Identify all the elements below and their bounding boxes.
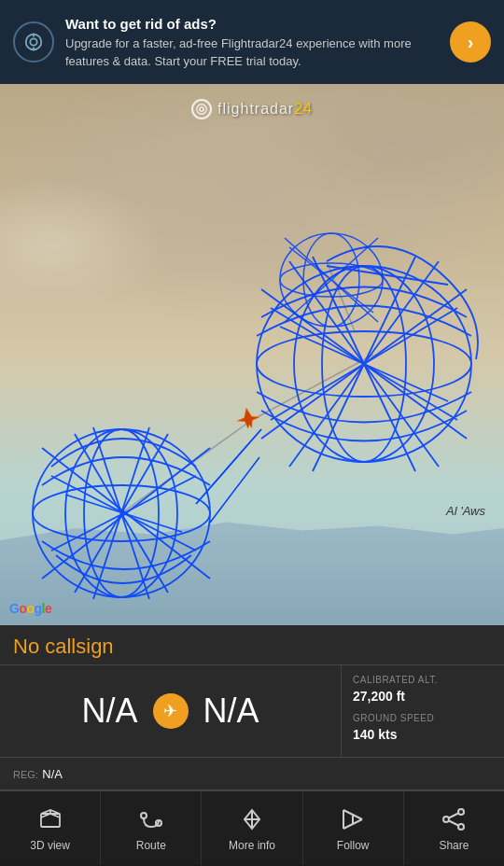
svg-point-41 xyxy=(197,105,207,115)
ad-text: Want to get rid of ads? Upgrade for a fa… xyxy=(65,14,439,69)
svg-line-40 xyxy=(210,457,259,523)
nav-more-info-label: More info xyxy=(229,839,275,852)
bottom-nav: 3D view Route More info xyxy=(0,790,504,865)
nav-route-label: Route xyxy=(136,839,166,852)
flight-data-row: N/A ✈ N/A CALIBRATED ALT. 27,200 ft GROU… xyxy=(0,665,504,758)
fr24-ad-logo xyxy=(13,21,54,63)
flight-path-svg xyxy=(0,84,504,625)
info-panel: No callsign N/A ✈ N/A CALIBRATED ALT. 27… xyxy=(0,625,504,790)
svg-point-55 xyxy=(458,824,464,830)
cal-alt-label: CALIBRATED ALT. xyxy=(353,675,493,685)
ad-description: Upgrade for a faster, ad-free Flightrada… xyxy=(65,36,412,67)
nav-route[interactable]: Route xyxy=(101,791,202,865)
reg-row: REG: N/A xyxy=(0,758,504,790)
ad-title: Want to get rid of ads? xyxy=(65,14,439,34)
3d-view-icon xyxy=(35,804,65,834)
reg-label: REG: xyxy=(13,769,38,780)
callsign-text: No callsign xyxy=(13,635,491,659)
flight-route-display: N/A ✈ N/A xyxy=(0,665,341,757)
fr24-watermark: flightradar24 xyxy=(191,99,313,119)
svg-point-45 xyxy=(141,813,147,818)
nav-follow-label: Follow xyxy=(337,839,370,852)
svg-point-42 xyxy=(200,107,203,111)
google-logo: Google xyxy=(9,601,51,616)
airplane-marker xyxy=(233,404,263,434)
nav-share[interactable]: Share xyxy=(404,791,504,865)
svg-line-57 xyxy=(449,821,458,826)
callsign-row: No callsign xyxy=(0,625,504,665)
cal-alt-value: 27,200 ft xyxy=(353,689,493,704)
fr24-brand: flightradar24 xyxy=(217,101,313,118)
nav-share-label: Share xyxy=(439,839,469,852)
nav-more-info[interactable]: More info xyxy=(202,791,302,865)
more-info-icon xyxy=(237,804,267,834)
flight-direction-arrow: ✈ xyxy=(153,693,189,729)
flight-stats: CALIBRATED ALT. 27,200 ft GROUND SPEED 1… xyxy=(341,665,504,757)
svg-point-53 xyxy=(458,809,464,815)
svg-point-54 xyxy=(443,817,449,822)
nav-follow[interactable]: Follow xyxy=(303,791,404,865)
reg-value: N/A xyxy=(42,767,63,781)
route-icon xyxy=(136,804,166,834)
location-label: Al 'Aws xyxy=(446,504,485,518)
nav-3d-view[interactable]: 3D view xyxy=(0,791,101,865)
share-icon xyxy=(439,804,469,834)
svg-line-15 xyxy=(65,495,182,532)
map-container[interactable]: flightradar24 Al 'Aws Google xyxy=(0,84,504,625)
svg-point-1 xyxy=(30,38,36,45)
nav-3d-view-label: 3D view xyxy=(30,839,70,852)
ad-cta-button[interactable]: › xyxy=(450,21,491,63)
destination-display: N/A xyxy=(203,691,259,731)
origin-display: N/A xyxy=(81,691,137,731)
ad-banner[interactable]: Want to get rid of ads? Upgrade for a fa… xyxy=(0,0,504,84)
ground-speed-label: GROUND SPEED xyxy=(353,713,493,723)
follow-icon xyxy=(338,804,368,834)
svg-line-56 xyxy=(449,814,458,818)
ground-speed-value: 140 kts xyxy=(353,727,493,742)
